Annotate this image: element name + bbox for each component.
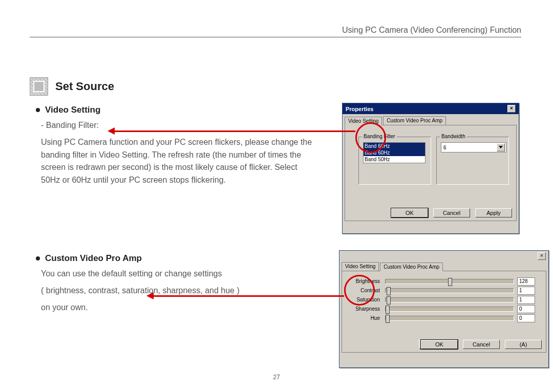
slider-label: Contrast bbox=[349, 288, 382, 293]
section-heading: Set Source bbox=[30, 77, 521, 96]
slider-track[interactable] bbox=[385, 297, 514, 302]
close-icon[interactable]: × bbox=[507, 105, 516, 113]
bandwidth-value: 6 bbox=[443, 145, 446, 150]
tab-strip: Video Setting Custom Video Proc Amp bbox=[345, 116, 517, 125]
slider-label: Sharpness bbox=[349, 306, 382, 312]
proc-amp-line1: You can use the default setting or chang… bbox=[41, 268, 316, 280]
chevron-down-icon[interactable] bbox=[497, 143, 505, 151]
slider-thumb[interactable] bbox=[387, 287, 391, 295]
proc-amp-line3: on your own. bbox=[41, 301, 316, 314]
video-setting-heading: Video Setting bbox=[45, 105, 100, 115]
slider-row: Brightness128 bbox=[349, 277, 546, 286]
slider-track[interactable] bbox=[385, 307, 514, 312]
dialog-titlebar: Properties × bbox=[343, 103, 519, 114]
bandwidth-group: Bandwidth 6 bbox=[436, 137, 509, 185]
bandwidth-group-label: Bandwidth bbox=[440, 134, 467, 139]
proc-amp-heading: Custom Video Pro Amp bbox=[45, 253, 142, 264]
slider-value: 1 bbox=[517, 287, 535, 295]
slider-panel: Brightness128Contrast1Saturation1Sharpne… bbox=[342, 271, 546, 322]
tab-custom-video-proc-amp[interactable]: Custom Video Proc Amp bbox=[383, 116, 446, 125]
tab-custom-video-proc-amp[interactable]: Custom Video Proc Amp bbox=[380, 263, 443, 271]
banding-filter-group: Banding Filter Band 60Hz Band 60Hz Band … bbox=[358, 137, 431, 185]
list-item[interactable]: Band 60Hz bbox=[364, 149, 425, 156]
slider-label: Brightness bbox=[349, 278, 382, 284]
slider-row: Saturation1 bbox=[349, 295, 546, 304]
slider-thumb[interactable] bbox=[448, 278, 452, 286]
video-setting-bullet: Video Setting bbox=[36, 105, 316, 115]
tab-panel: Banding Filter Band 60Hz Band 60Hz Band … bbox=[345, 125, 517, 221]
proc-amp-bullet: Custom Video Pro Amp bbox=[36, 253, 316, 264]
slider-thumb[interactable] bbox=[386, 306, 390, 314]
slider-track[interactable] bbox=[385, 288, 514, 293]
slider-row: Sharpness0 bbox=[349, 304, 546, 313]
video-setting-text: Using PC Camera function and your PC scr… bbox=[41, 136, 316, 187]
tab-video-setting[interactable]: Video Setting bbox=[345, 117, 382, 125]
slider-thumb[interactable] bbox=[387, 296, 391, 304]
bullet-icon bbox=[36, 108, 40, 112]
slider-value: 0 bbox=[517, 314, 535, 322]
cancel-button[interactable]: Cancel bbox=[463, 340, 500, 349]
page-number: 27 bbox=[0, 374, 553, 381]
dialog-title-text: Properties bbox=[346, 106, 373, 112]
slider-row: Contrast1 bbox=[349, 286, 546, 295]
tab-panel: Brightness128Contrast1Saturation1Sharpne… bbox=[342, 271, 546, 353]
list-item[interactable]: Band 60Hz bbox=[364, 143, 425, 149]
slider-row: Hue0 bbox=[349, 314, 546, 322]
apply-button[interactable]: Apply bbox=[475, 208, 512, 217]
slider-label: Saturation bbox=[349, 297, 382, 302]
banding-filter-label: - Banding Filter: bbox=[41, 119, 316, 132]
properties-dialog: Properties × Video Setting Custom Video … bbox=[342, 103, 519, 234]
ok-button[interactable]: OK bbox=[391, 208, 428, 217]
ok-button[interactable]: OK bbox=[421, 340, 458, 349]
proc-amp-dialog: × Video Setting Custom Video Proc Amp Br… bbox=[339, 250, 549, 368]
cancel-button[interactable]: Cancel bbox=[433, 208, 470, 217]
section-title: Set Source bbox=[55, 80, 114, 93]
slider-track[interactable] bbox=[385, 316, 514, 321]
tab-video-setting[interactable]: Video Setting bbox=[342, 262, 379, 271]
slider-value: 0 bbox=[517, 305, 535, 313]
slider-thumb[interactable] bbox=[386, 315, 390, 323]
tab-strip: Video Setting Custom Video Proc Amp bbox=[342, 262, 546, 271]
page-header: Using PC Camera (Video Conferencing) Fun… bbox=[30, 26, 521, 37]
bullet-icon bbox=[36, 256, 40, 260]
slider-track[interactable] bbox=[385, 279, 514, 284]
extra-button[interactable]: (A) bbox=[505, 340, 542, 349]
close-icon[interactable]: × bbox=[538, 252, 546, 260]
slider-label: Hue bbox=[349, 315, 382, 321]
slider-value: 128 bbox=[517, 277, 535, 286]
banding-filter-listbox[interactable]: Band 60Hz Band 60Hz Band 50Hz bbox=[363, 142, 426, 163]
slider-value: 1 bbox=[517, 296, 535, 304]
banding-filter-group-label: Banding Filter bbox=[362, 134, 397, 139]
proc-amp-line2: ( brightness, contrast, saturation, shar… bbox=[41, 285, 316, 297]
bandwidth-combobox[interactable]: 6 bbox=[441, 142, 506, 153]
list-item[interactable]: Band 50Hz bbox=[364, 156, 425, 163]
monitor-icon bbox=[30, 77, 48, 96]
